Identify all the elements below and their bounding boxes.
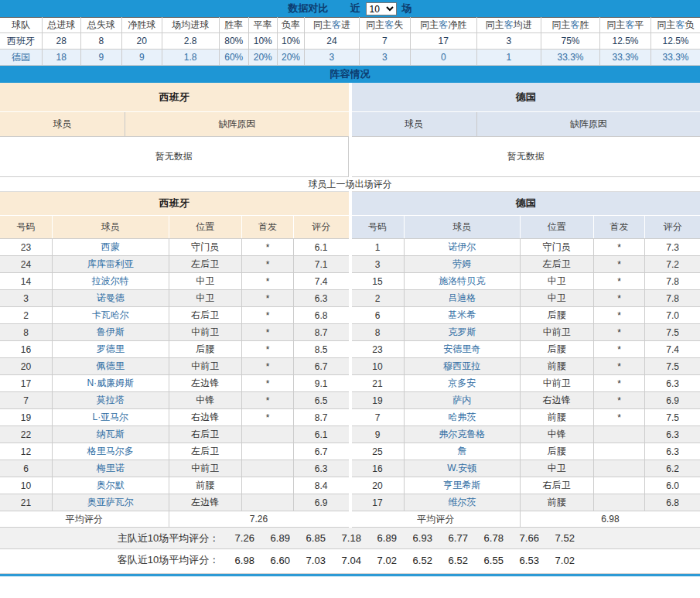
- player-position-cell: 守门员: [521, 239, 594, 256]
- stats-row: 德国18991.860%20%20%330133.3%33.3%33.3%: [0, 50, 700, 66]
- player-name-link[interactable]: 基米希: [404, 307, 520, 324]
- player-row: 15施洛特贝克中卫*7.8: [352, 273, 700, 290]
- starter-mark-cell: [593, 460, 645, 477]
- stat-value-cell: 20: [121, 33, 162, 50]
- starter-mark-cell: [593, 477, 645, 494]
- away-avg-values: 6.986.607.037.047.026.526.526.556.537.02: [227, 555, 582, 566]
- player-position-cell: 前腰: [521, 409, 594, 426]
- player-position-cell: 中卫: [521, 273, 594, 290]
- player-name-link[interactable]: 佩德里: [53, 358, 169, 375]
- player-name-link[interactable]: 哈弗茨: [404, 409, 520, 426]
- player-rating-cell: 6.9: [645, 392, 700, 409]
- avg-rating-history-value: 7.02: [547, 555, 582, 566]
- player-name-link[interactable]: 萨内: [404, 392, 520, 409]
- player-name-link[interactable]: 纳瓦斯: [53, 426, 169, 443]
- ratings-col-header: 评分: [293, 216, 348, 239]
- player-number-cell: 20: [0, 358, 53, 375]
- player-number-cell: 15: [352, 273, 405, 290]
- player-name-link[interactable]: 西蒙: [53, 239, 169, 256]
- player-row: 10穆西亚拉前腰*7.5: [352, 358, 700, 375]
- lineup-home-panel: 西班牙 球员 缺阵原因 暂无数据: [0, 83, 349, 177]
- player-name-link[interactable]: 格里马尔多: [53, 443, 169, 460]
- player-name-link[interactable]: 亨里希斯: [404, 477, 520, 494]
- ratings-col-header: 球员: [404, 216, 520, 239]
- player-position-cell: 前腰: [521, 494, 594, 511]
- starter-mark-cell: *: [242, 256, 294, 273]
- avg-rating-history-value: 6.89: [369, 532, 405, 544]
- player-name-link[interactable]: 克罗斯: [404, 324, 520, 341]
- player-position-cell: 前腰: [169, 477, 242, 494]
- player-name-link[interactable]: 库库雷利亚: [53, 256, 169, 273]
- player-rating-cell: 6.3: [645, 426, 700, 443]
- stats-col-header: 同主客负: [651, 18, 700, 33]
- avg-rating-history-value: 6.93: [405, 532, 440, 544]
- player-name-link[interactable]: 施洛特贝克: [404, 273, 520, 290]
- player-number-cell: 7: [352, 409, 405, 426]
- player-number-cell: 9: [352, 426, 405, 443]
- player-name-link[interactable]: 安德里奇: [404, 341, 520, 358]
- avg-rating-row: 平均评分7.26: [0, 511, 349, 528]
- starter-mark-cell: [242, 494, 294, 511]
- lineup-title: 阵容情况: [330, 67, 370, 81]
- lineup-away-panel: 德国 球员 缺阵原因 暂无数据: [352, 83, 700, 177]
- player-row: 8鲁伊斯中前卫*8.7: [0, 324, 349, 341]
- player-name-link[interactable]: 罗德里: [53, 341, 169, 358]
- stat-value-cell: 3: [359, 50, 410, 66]
- player-name-link[interactable]: 奥尔默: [53, 477, 169, 494]
- player-position-cell: 右后卫: [521, 477, 594, 494]
- player-name-link[interactable]: W.安顿: [404, 460, 520, 477]
- player-rating-cell: 6.7: [293, 358, 348, 375]
- player-row: 10奥尔默前腰8.4: [0, 477, 349, 494]
- player-name-link[interactable]: 詹: [404, 443, 520, 460]
- starter-mark-cell: *: [593, 273, 645, 290]
- recent-games-select[interactable]: 10: [366, 2, 397, 15]
- comparison-header-bar: 数据对比 近 10 场: [0, 0, 700, 17]
- player-name-link[interactable]: 诺伊尔: [404, 239, 520, 256]
- player-rating-cell: 7.8: [645, 273, 700, 290]
- player-position-cell: 右边锋: [521, 392, 594, 409]
- player-row: 20亨里希斯右后卫6.0: [352, 477, 700, 494]
- avg-rating-history-value: 6.89: [262, 532, 298, 544]
- player-name-link[interactable]: 京多安: [404, 375, 520, 392]
- player-row: 6梅里诺中前卫6.3: [0, 460, 349, 477]
- player-number-cell: 23: [0, 239, 53, 256]
- player-name-link[interactable]: 卡瓦哈尔: [53, 307, 169, 324]
- stat-value-cell: 9: [121, 50, 162, 66]
- player-name-link[interactable]: 莫拉塔: [53, 392, 169, 409]
- avg-rating-history-value: 7.02: [369, 555, 405, 566]
- player-name-link[interactable]: 劳姆: [404, 256, 520, 273]
- player-name-link[interactable]: 奥亚萨瓦尔: [53, 494, 169, 511]
- player-row: 20佩德里中前卫*6.7: [0, 358, 349, 375]
- player-number-cell: 16: [0, 341, 53, 358]
- player-name-link[interactable]: 维尔茨: [404, 494, 520, 511]
- player-position-cell: 中前卫: [521, 375, 594, 392]
- player-name-link[interactable]: 穆西亚拉: [404, 358, 520, 375]
- player-name-link[interactable]: L·亚马尔: [53, 409, 169, 426]
- player-name-link[interactable]: N·威廉姆斯: [53, 375, 169, 392]
- away-avg-summary-label: 客队近10场平均评分：: [118, 553, 219, 567]
- player-name-link[interactable]: 吕迪格: [404, 290, 520, 307]
- starter-mark-cell: *: [593, 307, 645, 324]
- player-rating-cell: 7.3: [645, 239, 700, 256]
- starter-mark-cell: *: [242, 392, 294, 409]
- player-name-link[interactable]: 拉波尔特: [53, 273, 169, 290]
- player-number-cell: 10: [352, 358, 405, 375]
- player-name-link[interactable]: 弗尔克鲁格: [404, 426, 520, 443]
- starter-mark-cell: *: [593, 392, 645, 409]
- player-name-link[interactable]: 诺曼德: [53, 290, 169, 307]
- player-name-link[interactable]: 梅里诺: [53, 460, 169, 477]
- starter-mark-cell: [593, 494, 645, 511]
- avg-rating-history-value: 6.53: [511, 555, 547, 566]
- player-number-cell: 12: [0, 443, 53, 460]
- player-number-cell: 8: [352, 324, 405, 341]
- stat-value-cell: 20%: [248, 50, 277, 66]
- avg-rating-history-value: 6.55: [476, 555, 511, 566]
- stat-value-cell: 33.3%: [599, 50, 650, 66]
- player-row: 9弗尔克鲁格中锋6.3: [352, 426, 700, 443]
- player-position-cell: 中前卫: [521, 324, 594, 341]
- stat-value-cell: 24: [305, 33, 360, 50]
- ratings-section-title: 球员上一场出场评分: [0, 177, 700, 191]
- player-rating-cell: 6.3: [293, 460, 348, 477]
- lineup-away-empty: 暂无数据: [352, 137, 700, 177]
- player-name-link[interactable]: 鲁伊斯: [53, 324, 169, 341]
